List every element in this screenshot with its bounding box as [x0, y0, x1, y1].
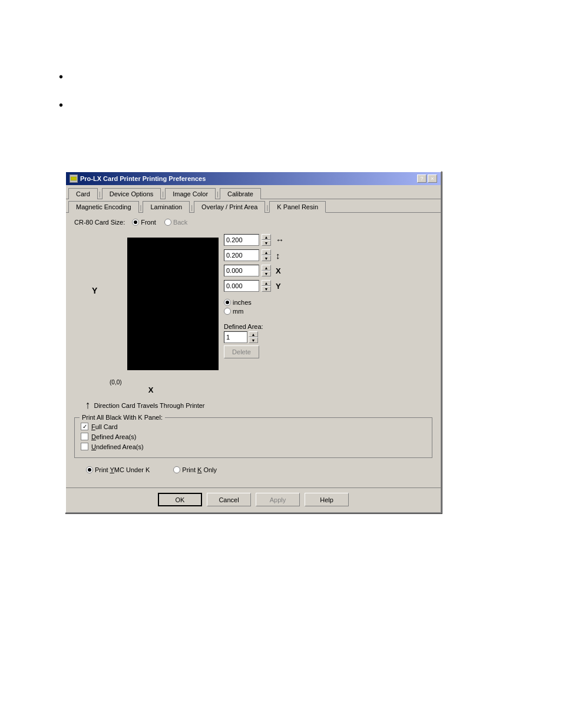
radio-front[interactable]: Front — [132, 219, 156, 226]
unit-inches-label: inches — [233, 299, 252, 306]
height-spinner-down[interactable]: ▼ — [262, 255, 271, 261]
direction-row: ↑ Direction Card Travels Through Printer — [85, 399, 204, 411]
tab-magnetic-encoding[interactable]: Magnetic Encoding — [68, 201, 139, 213]
radio-print-ymc-circle[interactable] — [86, 466, 93, 473]
radio-inches-circle[interactable] — [224, 299, 231, 306]
help-button[interactable]: Help — [305, 493, 349, 506]
checkbox-defined-areas[interactable]: Defined Area(s) — [81, 433, 426, 440]
y-offset-input[interactable] — [224, 280, 259, 292]
radio-back[interactable]: Back — [164, 219, 187, 226]
width-icon: ↔ — [276, 235, 284, 245]
radio-front-circle[interactable] — [132, 219, 139, 226]
radio-print-k-only-circle[interactable] — [173, 466, 180, 473]
tab-k-panel-resin[interactable]: K Panel Resin — [269, 201, 326, 213]
radio-back-label: Back — [173, 219, 187, 226]
tab-overlay-print-area[interactable]: Overlay / Print Area — [194, 201, 265, 213]
help-title-button[interactable]: ? — [417, 174, 427, 183]
defined-area-section: Defined Area: ▲ ▼ Delete — [224, 321, 353, 358]
direction-text: Direction Card Travels Through Printer — [94, 402, 204, 409]
ok-button[interactable]: OK — [158, 493, 202, 506]
radio-back-circle[interactable] — [164, 219, 171, 226]
width-spinner-row: ▲ ▼ ↔ — [224, 234, 353, 246]
print-options-row: Print YMC Under K Print K Only — [74, 464, 432, 476]
x-offset-spinner-down[interactable]: ▼ — [262, 271, 271, 276]
settings-area: ▲ ▼ ↔ ▲ ▼ ↕ — [224, 232, 353, 411]
defined-area-input[interactable] — [224, 331, 247, 343]
delete-button[interactable]: Delete — [224, 345, 259, 358]
card-canvas — [127, 238, 219, 370]
height-spinner-row: ▲ ▼ ↕ — [224, 249, 353, 261]
radio-print-k-only[interactable]: Print K Only — [173, 466, 217, 473]
checkbox-defined-areas-box[interactable] — [81, 433, 88, 440]
radio-mm[interactable]: mm — [224, 308, 353, 315]
checkbox-undefined-areas[interactable]: Undefined Area(s) — [81, 443, 426, 450]
y-offset-spinner-up[interactable]: ▲ — [262, 280, 271, 286]
print-all-black-group: Print All Black With K Panel: Full Card … — [74, 417, 432, 458]
print-all-black-legend: Print All Black With K Panel: — [80, 414, 165, 421]
x-axis-label: X — [148, 386, 154, 394]
arrow-up-icon: ↑ — [85, 399, 90, 411]
title-bar: Pro-LX Card Printer Printing Preferences… — [66, 172, 441, 185]
card-size-label: CR-80 Card Size: — [74, 219, 125, 226]
radio-mm-circle[interactable] — [224, 308, 231, 315]
dialog-title: Pro-LX Card Printer Printing Preferences — [80, 175, 206, 182]
x-offset-icon: X — [276, 266, 281, 275]
x-offset-spinner-row: ▲ ▼ X — [224, 265, 353, 276]
print-k-only-label: Print K Only — [182, 466, 217, 473]
checkbox-full-card[interactable]: Full Card — [81, 423, 426, 430]
tab-card[interactable]: Card — [68, 188, 98, 199]
defined-area-spinner-up[interactable]: ▲ — [249, 331, 258, 337]
full-card-label: Full Card — [91, 423, 118, 430]
checkbox-undefined-areas-box[interactable] — [81, 443, 88, 450]
height-spinner-up[interactable]: ▲ — [262, 249, 271, 255]
x-offset-spinner-up[interactable]: ▲ — [262, 265, 271, 271]
x-offset-input[interactable] — [224, 265, 259, 276]
tab-image-color[interactable]: Image Color — [165, 188, 216, 199]
y-offset-spinner-buttons: ▲ ▼ — [262, 280, 271, 292]
card-preview-area: Y (0,0) X ↑ Direction Card Travels Throu… — [74, 232, 216, 411]
defined-area-label: Defined Area: — [224, 323, 353, 330]
undefined-areas-label: Undefined Area(s) — [91, 443, 144, 450]
defined-areas-label: Defined Area(s) — [91, 433, 136, 440]
dialog-footer: OK Cancel Apply Help — [66, 487, 441, 512]
defined-area-spinner-buttons: ▲ ▼ — [249, 331, 258, 343]
x-offset-spinner-buttons: ▲ ▼ — [262, 265, 271, 276]
close-button[interactable]: × — [428, 174, 437, 183]
height-spinner-buttons: ▲ ▼ — [262, 249, 271, 261]
y-offset-spinner-down[interactable]: ▼ — [262, 286, 271, 292]
radio-print-ymc[interactable]: Print YMC Under K — [86, 466, 150, 473]
y-axis-label: Y — [92, 286, 97, 295]
width-input[interactable] — [224, 234, 259, 246]
defined-area-spinner: ▲ ▼ — [224, 331, 353, 343]
y-offset-spinner-row: ▲ ▼ Y — [224, 280, 353, 292]
width-spinner-up[interactable]: ▲ — [262, 234, 271, 240]
units-group: inches mm — [224, 299, 353, 315]
dialog-content: CR-80 Card Size: Front Back Y — [66, 213, 441, 487]
y-offset-icon: Y — [276, 282, 281, 291]
defined-area-spinner-down[interactable]: ▼ — [249, 337, 258, 343]
unit-mm-label: mm — [233, 308, 243, 315]
tab-lamination[interactable]: Lamination — [143, 201, 190, 213]
svg-rect-0 — [71, 177, 77, 180]
height-input[interactable] — [224, 249, 259, 261]
width-spinner-buttons: ▲ ▼ — [262, 234, 271, 246]
tab-calibrate[interactable]: Calibrate — [220, 188, 261, 199]
dialog-window: Pro-LX Card Printer Printing Preferences… — [65, 171, 442, 513]
print-ymc-label: Print YMC Under K — [95, 466, 150, 473]
tab-device-options[interactable]: Device Options — [102, 188, 161, 199]
title-icon — [70, 174, 78, 183]
width-spinner-down[interactable]: ▼ — [262, 240, 271, 246]
radio-front-label: Front — [141, 219, 156, 226]
radio-inches[interactable]: inches — [224, 299, 353, 306]
bullet-item-1: • — [59, 71, 63, 83]
bullet-item-2: • — [59, 99, 63, 111]
height-icon: ↕ — [276, 251, 280, 261]
checkbox-full-card-box[interactable] — [81, 423, 88, 430]
cancel-button[interactable]: Cancel — [207, 493, 251, 506]
apply-button[interactable]: Apply — [256, 493, 300, 506]
